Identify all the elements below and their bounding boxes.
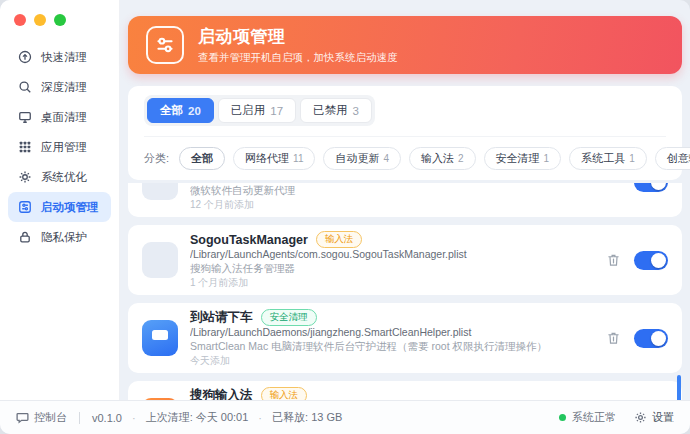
toggle-knob [651, 331, 666, 346]
enable-toggle[interactable] [634, 251, 668, 270]
item-description: 微软软件自动更新代理 [190, 184, 595, 198]
list-item: 微软软件自动更新代理 12 个月前添加 [128, 183, 682, 217]
zoom-button[interactable] [54, 14, 66, 26]
desktop-clean-icon [18, 110, 32, 124]
tab-enabled-count: 17 [270, 105, 283, 117]
tray-glyph [152, 330, 168, 340]
item-text: 到站请下车 安全清理 /Library/LaunchDaemons/jiangz… [190, 309, 595, 367]
chip-auto-update[interactable]: 自动更新 4 [323, 147, 401, 170]
app-manage-icon [18, 140, 32, 154]
item-text: SogouTaskManager 输入法 /Library/LaunchAgen… [190, 231, 595, 289]
chip-count: 1 [544, 153, 550, 164]
minimize-button[interactable] [34, 14, 46, 26]
page-subtitle: 查看并管理开机自启项，加快系统启动速度 [198, 51, 398, 65]
chip-network-proxy[interactable]: 网络代理 11 [233, 147, 315, 170]
filter-panel: 全部 20 已启用 17 已禁用 3 分类: 全部 [128, 86, 682, 180]
tab-disabled[interactable]: 已禁用 3 [300, 98, 372, 123]
item-text: 搜狗输入法 输入法 /Library/LaunchAgents/com.sogo… [190, 387, 595, 400]
deep-clean-icon [18, 80, 32, 94]
app-icon [142, 320, 178, 356]
sidebar-item-label: 启动项管理 [41, 200, 99, 215]
chip-label: 创意软件 [667, 151, 690, 166]
sidebar-item-deep-clean[interactable]: 深度清理 [8, 72, 111, 102]
chip-label: 系统工具 [581, 151, 625, 166]
trash-icon[interactable] [607, 253, 620, 267]
tab-disabled-label: 已禁用 [313, 103, 348, 118]
page-header-text: 启动项管理 查看并管理开机自启项，加快系统启动速度 [198, 25, 398, 65]
sidebar-item-quick-clean[interactable]: 快速清理 [8, 42, 111, 72]
tab-all-count: 20 [188, 105, 201, 117]
page-title: 启动项管理 [198, 25, 398, 48]
settings-button[interactable]: 设置 [634, 410, 674, 425]
item-path: /Library/LaunchDaemons/jiangzheng.SmartC… [190, 326, 595, 340]
chip-system-tools[interactable]: 系统工具 1 [569, 147, 647, 170]
startup-tabs: 全部 20 已启用 17 已禁用 3 [144, 95, 375, 126]
sidebar-item-system-optimize[interactable]: 系统优化 [8, 162, 111, 192]
item-actions [607, 251, 668, 270]
console-label: 控制台 [34, 410, 67, 425]
status-bar: 控制台 v0.1.0 · 上次清理: 今天 00:01 · 已释放: 13 GB… [0, 400, 690, 434]
status-green-dot [559, 414, 566, 421]
item-name: 搜狗输入法 [190, 387, 253, 400]
sidebar-item-startup-manage[interactable]: 启动项管理 [8, 192, 111, 222]
list-item: S 搜狗输入法 输入法 /Library/LaunchAgents/com.so… [128, 381, 682, 400]
sidebar-item-privacy[interactable]: 隐私保护 [8, 222, 111, 252]
chip-count: 2 [458, 153, 464, 164]
toggle-knob [651, 253, 666, 268]
sidebar-item-label: 应用管理 [41, 140, 87, 155]
category-filter-label: 分类: [144, 151, 169, 166]
page-header-banner: 启动项管理 查看并管理开机自启项，加快系统启动速度 [128, 16, 682, 74]
sidebar-item-label: 深度清理 [41, 80, 87, 95]
sidebar-item-label: 系统优化 [41, 170, 87, 185]
sidebar-item-label: 快速清理 [41, 50, 87, 65]
item-category-tag: 输入法 [261, 387, 308, 400]
startup-item-list[interactable]: 微软软件自动更新代理 12 个月前添加 SogouTaskManager 输 [128, 183, 682, 400]
list-item: SogouTaskManager 输入法 /Library/LaunchAgen… [128, 225, 682, 295]
item-time-added: 1 个月前添加 [190, 276, 595, 289]
item-text: 微软软件自动更新代理 12 个月前添加 [190, 183, 595, 211]
app-icon [142, 183, 178, 200]
item-name: SogouTaskManager [190, 233, 308, 247]
status-label: 系统正常 [572, 410, 616, 425]
space-freed: 已释放: 13 GB [272, 410, 342, 425]
item-description: 搜狗输入法任务管理器 [190, 262, 595, 276]
chip-creative-software[interactable]: 创意软件 1 [655, 147, 690, 170]
app-icon-sogou: S [142, 398, 178, 400]
tab-all-label: 全部 [160, 103, 183, 118]
item-time-added: 12 个月前添加 [190, 198, 595, 211]
item-category-tag: 输入法 [316, 231, 363, 247]
sidebar-item-desktop-clean[interactable]: 桌面清理 [8, 102, 111, 132]
chip-label: 网络代理 [245, 151, 289, 166]
footer-divider [79, 412, 80, 424]
category-filter-row: 分类: 全部 网络代理 11 自动更新 4 输入法 2 [144, 136, 666, 170]
enable-toggle[interactable] [634, 183, 668, 192]
item-time-added: 今天添加 [190, 354, 595, 367]
chip-security-clean[interactable]: 安全清理 1 [484, 147, 562, 170]
tab-enabled[interactable]: 已启用 17 [218, 98, 296, 123]
toggle-knob [651, 183, 666, 190]
close-button[interactable] [14, 14, 26, 26]
sidebar: 快速清理 深度清理 桌面清理 应用管理 系统优化 [0, 0, 120, 400]
chip-all[interactable]: 全部 [179, 147, 225, 170]
startup-manage-banner-icon [146, 26, 184, 64]
separator-dot: · [258, 412, 262, 424]
system-status: 系统正常 [559, 410, 616, 425]
tab-all[interactable]: 全部 20 [147, 98, 214, 123]
main-content: 启动项管理 查看并管理开机自启项，加快系统启动速度 全部 20 已启用 17 已… [120, 0, 690, 400]
chip-count: 1 [629, 153, 635, 164]
sidebar-item-label: 桌面清理 [41, 110, 87, 125]
enable-toggle[interactable] [634, 329, 668, 348]
trash-icon[interactable] [607, 331, 620, 345]
scrollbar-thumb[interactable] [677, 375, 681, 400]
tab-enabled-label: 已启用 [231, 103, 266, 118]
chip-count: 4 [383, 153, 389, 164]
last-clean-time: 上次清理: 今天 00:01 [146, 410, 249, 425]
traffic-lights [0, 0, 119, 26]
chip-label: 自动更新 [335, 151, 379, 166]
item-name: 到站请下车 [190, 309, 253, 326]
startup-manage-icon [18, 200, 32, 214]
console-button[interactable]: 控制台 [16, 410, 67, 425]
system-optimize-icon [18, 170, 32, 184]
chip-input-method[interactable]: 输入法 2 [409, 147, 476, 170]
sidebar-item-app-manage[interactable]: 应用管理 [8, 132, 111, 162]
